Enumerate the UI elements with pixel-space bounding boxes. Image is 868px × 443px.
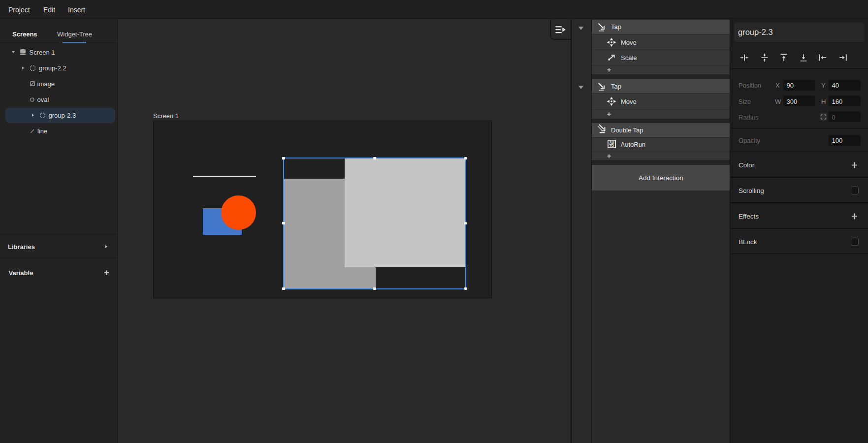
svg-text:TO: TO bbox=[609, 144, 614, 147]
